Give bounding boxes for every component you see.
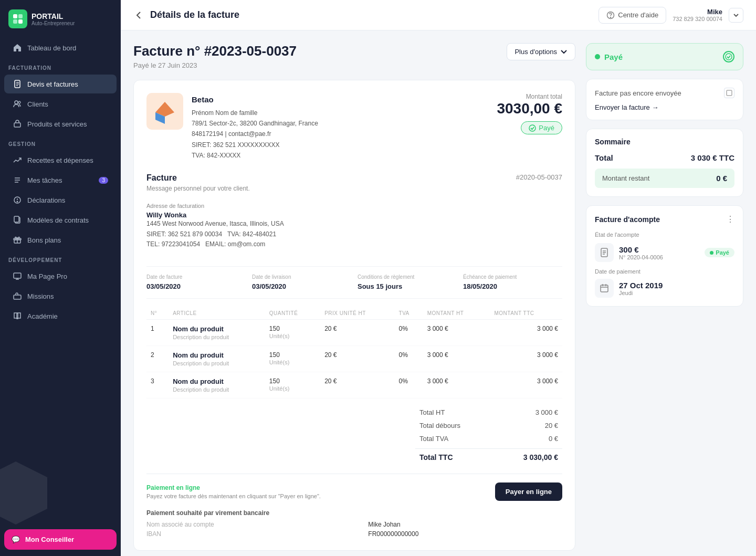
summary-total-value: 3 030 € TTC (691, 153, 734, 162)
account-label: Nom associé au compte (146, 521, 358, 528)
svg-rect-0 (13, 14, 17, 18)
svg-rect-2 (13, 19, 17, 24)
sidebar-item-taches[interactable]: Mes tâches 3 (4, 171, 117, 190)
invoice-meta: Facture Message personnel pour votre cli… (146, 173, 562, 192)
monitor-icon (13, 271, 22, 281)
etat-label: État de l'acompte (595, 232, 734, 238)
more-options-button[interactable]: Plus d'options (507, 43, 575, 60)
total-ttc-row: Total TTC 3 030,00 € (415, 448, 562, 463)
cell-price: 20 € (320, 346, 394, 372)
sidebar-item-modeles[interactable]: Modèles de contrats (4, 211, 117, 229)
svg-point-31 (726, 54, 732, 60)
sidebar-item-clients[interactable]: Clients (4, 95, 117, 113)
sidebar-label-tableau: Tableau de bord (27, 44, 76, 52)
file-copy-icon (13, 215, 22, 225)
company-row: Betao Prénom Nom de famille 789/1 Sector… (146, 93, 562, 161)
sidebar-item-tableau[interactable]: Tableau de bord (4, 38, 117, 57)
sidebar-label-bons-plans: Bons plans (27, 236, 61, 244)
user-phone: 732 829 320 00074 (673, 16, 722, 22)
send-invoice-link[interactable]: Envoyer la facture → (595, 103, 734, 111)
cell-ht: 3 000 € (423, 346, 490, 372)
gift-icon (13, 235, 22, 245)
company-details: Betao Prénom Nom de famille 789/1 Sector… (192, 93, 318, 161)
cell-ttc: 3 000 € (490, 346, 562, 372)
sidebar-item-declarations[interactable]: Déclarations (4, 191, 117, 209)
table-row: 1 Nom du produit Description du produit … (146, 320, 562, 346)
acompte-menu-button[interactable]: ⋮ (726, 214, 734, 224)
status-dot (595, 54, 600, 59)
summary-total-label: Total (595, 153, 613, 162)
not-sent-label: Facture pas encore envoyée (595, 89, 681, 97)
back-button[interactable] (133, 10, 144, 20)
summary-card: Sommaire Total 3 030 € TTC Montant resta… (586, 129, 743, 197)
svg-point-9 (18, 101, 20, 103)
payment-online: Paiement en ligne Payez votre facture dè… (146, 482, 562, 501)
col-tva: TVA (395, 307, 423, 320)
sidebar-label-declarations: Déclarations (27, 196, 65, 204)
payment-online-label: Paiement en ligne (146, 484, 321, 491)
paid-badge: Payé (521, 121, 562, 134)
sidebar-label-academie: Académie (27, 312, 58, 320)
cell-ttc: 3 000 € (490, 372, 562, 398)
not-sent-card: Facture pas encore envoyée Envoyer la fa… (586, 79, 743, 120)
sidebar-item-recettes[interactable]: Recettes et dépenses (4, 151, 117, 170)
invoice-date: Payé le 27 Juin 2023 (133, 61, 297, 69)
acompte-doc-icon (595, 243, 614, 262)
cell-article: Nom du produit Description du produit (169, 346, 265, 372)
section-facturation: Facturation (0, 58, 121, 74)
svg-rect-1 (18, 14, 23, 18)
user-info[interactable]: Mike 732 829 320 00074 (673, 8, 722, 22)
summary-remaining: Montant restant 0 € (595, 169, 734, 188)
invoice-title: Facture n° #2023-05-0037 (133, 43, 297, 59)
acompte-info: 300 € N° 2020-04-0006 (619, 245, 663, 260)
summary-title: Sommaire (595, 138, 734, 146)
col-qty: QUANTITÉ (265, 307, 320, 320)
cell-article: Nom du produit Description du produit (169, 320, 265, 346)
sidebar-item-missions[interactable]: Missions (4, 287, 117, 306)
taches-badge: 3 (99, 177, 108, 184)
total-tva-row: Total TVA 0 € (415, 433, 562, 444)
svg-rect-32 (727, 90, 732, 96)
invoice-card: Betao Prénom Nom de famille 789/1 Sector… (133, 80, 575, 551)
sidebar-item-bons-plans[interactable]: Bons plans (4, 230, 117, 249)
sidebar-label-devis: Devis et factures (27, 80, 78, 88)
user-name: Mike (673, 8, 722, 16)
pay-online-button[interactable]: Payer en ligne (495, 482, 562, 501)
sidebar-item-devis[interactable]: Devis et factures (4, 75, 117, 93)
acompte-paid-badge: Payé (705, 248, 734, 257)
remaining-label: Montant restant (602, 174, 649, 182)
company-phone-email: 848172194 | contact@pae.fr (192, 129, 318, 139)
col-price: PRIX UNITÉ HT (320, 307, 394, 320)
sidebar-label-clients: Clients (27, 100, 48, 108)
invoice-meta-left: Facture Message personnel pour votre cli… (146, 173, 250, 192)
main-content: Détails de la facture Centre d'aide Mike… (121, 0, 756, 556)
cell-num: 3 (146, 372, 169, 398)
date-facture-label: Date de facture (146, 274, 246, 280)
col-article: ARTICLE (169, 307, 265, 320)
company-tva: TVA: 842-XXXXX (192, 150, 318, 161)
cell-article: Nom du produit Description du produit (169, 372, 265, 398)
status-card: Payé (586, 43, 743, 70)
header: Détails de la facture Centre d'aide Mike… (121, 0, 756, 30)
sidebar-label-produits: Produits et services (27, 120, 87, 128)
account-value: Mike Johan (368, 521, 562, 528)
status-check-icon (723, 51, 734, 62)
table-row: 2 Nom du produit Description du produit … (146, 346, 562, 372)
sidebar-item-produits[interactable]: Produits et services (4, 114, 117, 133)
invoice-table: N° ARTICLE QUANTITÉ PRIX UNITÉ HT TVA MO… (146, 307, 562, 398)
sidebar-item-ma-page-pro[interactable]: Ma Page Pro (4, 267, 117, 286)
users-icon (13, 99, 22, 109)
cell-num: 2 (146, 346, 169, 372)
cell-ht: 3 000 € (423, 320, 490, 346)
company-left: Betao Prénom Nom de famille 789/1 Sector… (146, 93, 318, 161)
svg-point-26 (611, 17, 611, 17)
svg-point-16 (17, 201, 18, 202)
user-dropdown-button[interactable] (729, 8, 743, 23)
sidebar-item-academie[interactable]: Académie (4, 307, 117, 326)
total-debours-value: 20 € (545, 422, 558, 429)
conseiller-icon: 💬 (12, 536, 20, 543)
conseiller-button[interactable]: 💬 Mon Conseiller (4, 529, 117, 550)
logo-text: PORTAIL Auto-Entrepreneur (32, 12, 75, 26)
help-button[interactable]: Centre d'aide (598, 7, 666, 24)
total-ttc-label: Total TTC (419, 453, 453, 461)
